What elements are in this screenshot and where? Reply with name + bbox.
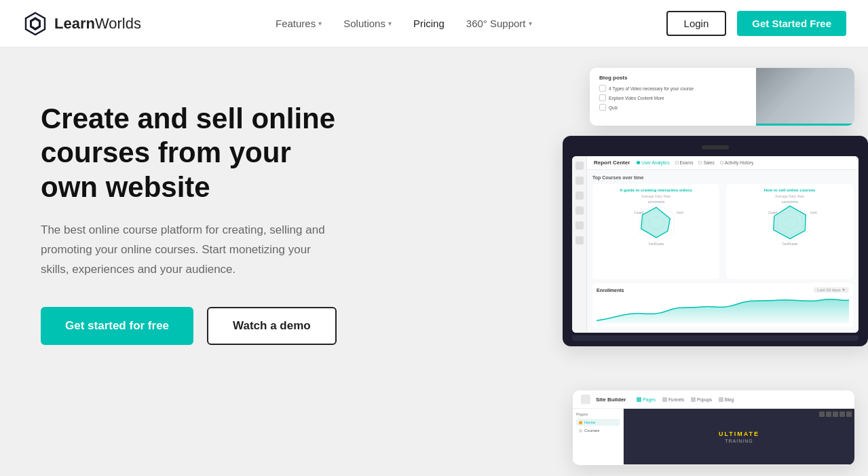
svg-text:Enrollments: Enrollments [647, 201, 664, 204]
site-builder-title: Site Builder [596, 397, 626, 403]
banner-text: ULTIMATE [719, 431, 759, 437]
blog-card-image [756, 68, 854, 126]
hero-subtitle: The best online course platform for crea… [41, 221, 339, 280]
canvas-toolbar [819, 411, 852, 417]
blog-card-title: Blog posts [599, 75, 747, 81]
banner-sub: TRAINING [725, 439, 753, 443]
svg-marker-7 [641, 207, 670, 238]
svg-text:Enrollments: Enrollments [781, 201, 798, 204]
hero-content: Create and sell online courses from your… [0, 48, 380, 386]
report-center-card: Report Center User Analytics Exams [563, 136, 868, 346]
nav-support[interactable]: 360° Support ▾ [466, 18, 532, 29]
nav-solutions[interactable]: Solutions ▾ [343, 18, 392, 29]
logo[interactable]: LearnWorlds [22, 10, 141, 37]
report-tab-exams: Exams [675, 160, 694, 165]
blog-card: Blog posts 4 Types of Video necessary fo… [590, 68, 854, 126]
svg-marker-15 [773, 206, 805, 238]
nav-pricing[interactable]: Pricing [413, 18, 445, 29]
area-chart [597, 295, 849, 323]
sb-pages-sidebar: Pages Home Courses [573, 409, 624, 464]
report-tab-activity: Activity History [720, 160, 754, 165]
svg-text:Compl.: Compl. [768, 211, 778, 215]
hero-buttons: Get started for free Watch a demo [41, 307, 339, 345]
svg-text:Certificates: Certificates [782, 242, 798, 245]
get-started-nav-button[interactable]: Get Started Free [737, 11, 846, 36]
logo-text: LearnWorlds [54, 15, 141, 33]
learnworlds-logo-icon [22, 10, 49, 37]
svg-text:Compl.: Compl. [634, 211, 644, 215]
blog-item-2: Explore Video Content More [599, 94, 747, 101]
hero-section: Create and sell online courses from your… [0, 48, 868, 476]
blog-item-3: Quiz [599, 104, 747, 111]
chevron-down-icon: ▾ [388, 20, 392, 27]
nav-features[interactable]: Features ▾ [276, 18, 322, 29]
sb-page-home: Home [576, 419, 620, 426]
sb-tab-pages: Pages [637, 397, 655, 402]
enrollments-date: Last 30 days ▼ [814, 287, 849, 293]
enrollments-title: Enrollments [597, 288, 624, 293]
site-builder-header: Site Builder Pages Funnels Popups [573, 390, 854, 409]
hero-screenshots: Blog posts 4 Types of Video necessary fo… [393, 48, 868, 476]
site-builder-card: Site Builder Pages Funnels Popups [573, 390, 854, 465]
login-button[interactable]: Login [666, 11, 727, 36]
report-title: Report Center [594, 160, 630, 166]
watch-demo-button[interactable]: Watch a demo [207, 307, 337, 345]
chevron-down-icon: ▾ [318, 20, 322, 27]
report-tab-sales: Sales [698, 160, 714, 165]
sb-tab-blog: Blog [719, 397, 734, 402]
hero-title: Create and sell online courses from your… [41, 102, 339, 204]
svg-text:Certificates: Certificates [676, 211, 683, 215]
navbar: LearnWorlds Features ▾ Solutions ▾ Prici… [0, 0, 868, 48]
site-builder-body: Pages Home Courses ULTIMATE TRAINING [573, 409, 854, 464]
sb-canvas: ULTIMATE TRAINING [624, 409, 854, 464]
svg-text:Certificates: Certificates [810, 211, 816, 215]
chevron-down-icon: ▾ [529, 20, 532, 27]
chart-interactive-videos: A guide to creating interactive videos A… [592, 184, 719, 279]
main-nav: Features ▾ Solutions ▾ Pricing 360° Supp… [276, 18, 532, 29]
report-tab-analytics: User Analytics [637, 160, 669, 165]
report-section-title: Top Courses over time [592, 175, 853, 180]
site-builder-icon [581, 395, 590, 404]
enrollments-section: Enrollments Last 30 days ▼ [592, 283, 853, 327]
blog-item-1: 4 Types of Video necessary for your cour… [599, 85, 747, 92]
svg-text:Certificates: Certificates [648, 242, 664, 245]
get-started-free-button[interactable]: Get started for free [41, 307, 193, 345]
radar-chart-1: Enrollments Certificates Certificates Co… [629, 201, 683, 245]
radar-chart-2: Enrollments Certificates Certificates Co… [763, 201, 817, 245]
sb-tab-funnels: Funnels [662, 397, 684, 402]
sb-page-courses: Courses [576, 427, 620, 434]
navbar-actions: Login Get Started Free [666, 11, 846, 36]
chart-sell-courses: How to sell online courses Average Daily… [726, 184, 853, 279]
sb-tab-popups: Popups [691, 397, 712, 402]
blog-card-content: Blog posts 4 Types of Video necessary fo… [590, 68, 756, 126]
